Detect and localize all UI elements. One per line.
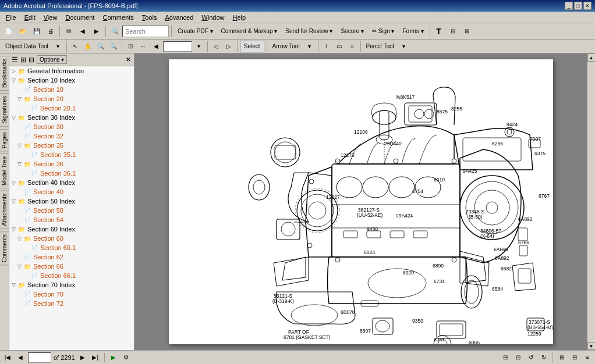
next-page-button[interactable]: ▶	[77, 352, 88, 363]
secure-button[interactable]: Secure ▾	[337, 25, 367, 38]
zoom-input[interactable]: 119%	[163, 41, 192, 52]
menu-advanced[interactable]: Advanced	[161, 13, 197, 22]
list-item[interactable]: ▷ 📁 General Information	[9, 66, 134, 76]
nav-next-btn[interactable]: ▷	[223, 41, 235, 52]
zoom-out-btn[interactable]: 🔍	[108, 41, 119, 52]
search-input[interactable]	[122, 26, 169, 37]
attachments-tab[interactable]: Attachments	[0, 191, 9, 229]
play-button[interactable]: ▶	[108, 352, 119, 363]
settings-button[interactable]: ⚙	[121, 352, 132, 363]
menu-edit[interactable]: Edit	[21, 13, 39, 22]
pdf-viewer[interactable]: 12106 8575 8255 9424 7007 6375 12270 %8K…	[134, 53, 587, 350]
last-page-button[interactable]: ▶|	[90, 352, 101, 363]
right-scrollbar[interactable]: ▲ ▼	[587, 53, 595, 350]
bm-icon3[interactable]: ⊟	[29, 56, 34, 64]
pencil-tool-dropdown[interactable]: ▾	[398, 41, 410, 52]
list-item[interactable]: 📄 Section 35.1	[9, 150, 134, 159]
save-button[interactable]: 💾	[30, 25, 43, 38]
rect-btn[interactable]: ▭	[334, 41, 345, 52]
scroll-thumb[interactable]	[588, 62, 595, 342]
list-item[interactable]: ▽ 📁 Section 50 Index	[9, 197, 134, 206]
list-item[interactable]: ▽ 📁 Section 60 Index	[9, 224, 134, 234]
menu-window[interactable]: Window	[198, 13, 228, 22]
toggle-s50idx[interactable]: ▽	[10, 198, 16, 204]
arrow-tool-dropdown[interactable]: ▾	[304, 41, 316, 52]
arrow-tool-btn[interactable]: Arrow Tool	[270, 41, 303, 52]
sign-button[interactable]: ✏ Sign ▾	[369, 25, 398, 38]
bm-icon1[interactable]: ☰	[12, 56, 18, 64]
forward-button[interactable]: ▶	[90, 25, 103, 38]
search-icon-btn[interactable]: 🔍	[108, 25, 121, 38]
toggle-s60[interactable]: ▽	[16, 235, 22, 241]
list-item[interactable]: 📄 Section 60.1	[9, 243, 134, 252]
list-item[interactable]: 📄 Section 72	[9, 299, 134, 308]
send-review-button[interactable]: Send for Review ▾	[282, 25, 336, 38]
prev-page-button[interactable]: ◀	[15, 352, 26, 363]
type-tool-button[interactable]: T	[433, 25, 445, 38]
line-btn[interactable]: /	[321, 41, 332, 52]
fit-window-btn[interactable]: ⊡	[513, 352, 523, 363]
list-item[interactable]: 📄 Section 10	[9, 85, 134, 94]
rotate-ccw-btn[interactable]: ↺	[526, 352, 536, 363]
select-tool-button[interactable]: ⊟	[447, 25, 459, 38]
signatures-tab[interactable]: Signatures	[0, 93, 9, 127]
comments-tab[interactable]: Comments	[0, 231, 9, 265]
email-button[interactable]: ✉	[62, 25, 75, 38]
scroll-up-button[interactable]: ▲	[587, 53, 596, 62]
close-button[interactable]: ✕	[583, 2, 592, 10]
create-pdf-button[interactable]: Create PDF ▾	[174, 25, 217, 38]
list-item[interactable]: 📄 Section 32	[9, 131, 134, 141]
forms-button[interactable]: Forms ▾	[399, 25, 427, 38]
list-item[interactable]: 📄 Section 62	[9, 252, 134, 262]
list-item[interactable]: 📄 Section 54	[9, 215, 134, 224]
toggle-s35[interactable]: ▽	[16, 142, 22, 148]
hand-btn[interactable]: ✋	[82, 41, 94, 52]
pages-tab[interactable]: Pages	[0, 129, 9, 151]
list-item[interactable]: ▽ 📁 Section 40 Index	[9, 178, 134, 187]
toggle-s60idx[interactable]: ▽	[10, 226, 16, 232]
zoom-in-btn[interactable]: 🔍	[95, 41, 107, 52]
bm-icon2[interactable]: ⊞	[20, 56, 26, 64]
list-item[interactable]: ▽ 📁 Section 36	[9, 159, 134, 169]
back-button[interactable]: ◀	[76, 25, 89, 38]
nav-prev-btn[interactable]: ◁	[210, 41, 222, 52]
toggle-s36[interactable]: ▽	[16, 161, 22, 167]
toggle-s70idx[interactable]: ▽	[10, 282, 16, 288]
zoom-tool-button[interactable]: ⊞	[461, 25, 473, 38]
options-button[interactable]: Options ▾	[37, 55, 67, 64]
comment-markup-button[interactable]: Comment & Markup ▾	[218, 25, 281, 38]
toggle-s10idx[interactable]: ▽	[10, 77, 16, 83]
list-item[interactable]: 📄 Section 40	[9, 187, 134, 197]
new-button[interactable]: 📄	[2, 25, 15, 38]
minimize-button[interactable]: _	[565, 2, 573, 10]
list-item[interactable]: 📄 Section 66.1	[9, 271, 134, 280]
bookmarks-tab[interactable]: Bookmarks	[0, 56, 9, 91]
pointer-btn[interactable]: ↖	[69, 41, 81, 52]
list-item[interactable]: ▽ 📁 Section 66	[9, 262, 134, 271]
print-button[interactable]: 🖨	[44, 25, 57, 38]
extra-tools-btn2[interactable]: ⊟	[569, 352, 580, 363]
maximize-button[interactable]: □	[574, 2, 582, 10]
prev-page-btn[interactable]: ◀	[150, 41, 162, 52]
toggle-general[interactable]: ▷	[10, 68, 16, 74]
model-tree-tab[interactable]: Model Tree	[0, 154, 9, 188]
menu-tools[interactable]: Tools	[139, 13, 161, 22]
first-page-button[interactable]: |◀	[2, 352, 13, 363]
rotate-cw-btn[interactable]: ↻	[539, 352, 549, 363]
page-number-input[interactable]: 330	[28, 352, 51, 363]
list-item[interactable]: 📄 Section 50	[9, 206, 134, 215]
list-item[interactable]: ▽ 📁 Section 30 Index	[9, 113, 134, 122]
toggle-s30idx[interactable]: ▽	[10, 115, 16, 120]
object-data-dropdown[interactable]: ▾	[52, 41, 64, 52]
extra-tools-btn[interactable]: ⊞	[557, 352, 567, 363]
toggle-s40idx[interactable]: ▽	[10, 180, 16, 185]
menu-comments[interactable]: Comments	[100, 13, 137, 22]
list-item[interactable]: ▽ 📁 Section 20	[9, 94, 134, 104]
fit-width-btn[interactable]: ↔	[137, 41, 149, 52]
oval-btn[interactable]: ○	[346, 41, 358, 52]
toggle-s20[interactable]: ▽	[16, 96, 22, 102]
list-item[interactable]: 📄 Section 30	[9, 122, 134, 131]
list-item[interactable]: 📄 Section 20.1	[9, 104, 134, 113]
menu-document[interactable]: Document	[62, 13, 98, 22]
select-text-btn[interactable]: Select	[240, 41, 264, 52]
